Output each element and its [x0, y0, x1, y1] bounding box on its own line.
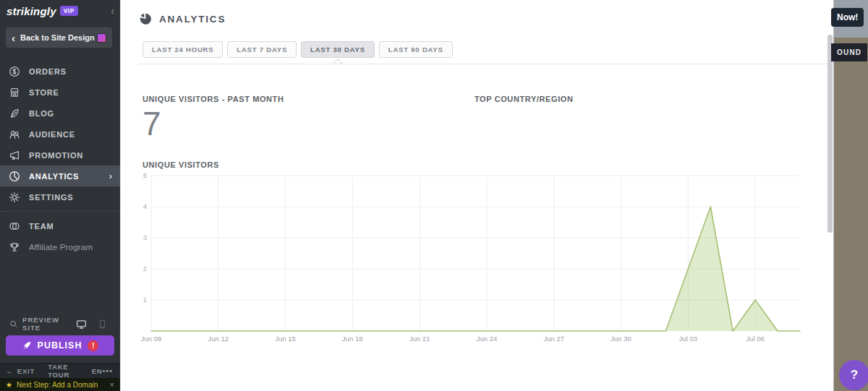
- next-step-text[interactable]: Next Step: Add a Domain: [17, 381, 98, 389]
- footer-link-exit[interactable]: ←EXIT: [6, 366, 35, 375]
- top-country-placeholder: · · · ·: [475, 123, 648, 128]
- svg-text:Jun 21: Jun 21: [409, 335, 430, 343]
- sidebar-item-settings[interactable]: SETTINGS: [0, 186, 120, 207]
- page-header: ANALYTICS: [138, 12, 226, 25]
- top-country-stat: TOP COUNTRY/REGION · · · · · · · · · ·: [475, 95, 648, 128]
- unique-visitors-stat: UNIQUE VISITORS - PAST MONTH 7: [142, 95, 284, 141]
- sidebar-item-orders[interactable]: ORDERS: [0, 61, 120, 82]
- sidebar-item-label: AUDIENCE: [29, 130, 75, 139]
- tab-last-90-days[interactable]: LAST 90 DAYS: [379, 41, 453, 58]
- sidebar-item-label: STORE: [29, 88, 59, 97]
- footer-link-label: TAKE TOUR: [48, 363, 78, 379]
- sidebar: strikingly VIP ‹ ‹ Back to Site Design O…: [0, 0, 120, 391]
- unique-visitors-stat-value: 7: [142, 106, 284, 141]
- scrollbar-thumb[interactable]: [827, 35, 833, 233]
- strikingly-logo: strikingly: [7, 5, 56, 17]
- mobile-icon[interactable]: [98, 319, 107, 329]
- sidebar-item-team[interactable]: TEAM: [0, 215, 120, 236]
- rocket-icon: [22, 340, 32, 351]
- footer-link-label: EXIT: [17, 367, 35, 375]
- tab-label: LAST 30 DAYS: [310, 46, 365, 53]
- store-icon: [9, 87, 20, 98]
- top-country-placeholder: · · · · · ·: [475, 111, 648, 116]
- vip-badge: VIP: [60, 6, 78, 16]
- sidebar-item-store[interactable]: STORE: [0, 82, 120, 103]
- date-range-tabs: LAST 24 HOURSLAST 7 DAYSLAST 30 DAYSLAST…: [142, 41, 453, 58]
- orders-icon: [9, 66, 20, 77]
- svg-text:4: 4: [143, 202, 147, 210]
- desktop-icon[interactable]: [76, 319, 87, 330]
- sidebar-item-label: ORDERS: [29, 67, 67, 76]
- sidebar-item-blog[interactable]: BLOG: [0, 103, 120, 124]
- svg-text:2: 2: [143, 265, 147, 272]
- tab-last-30-days[interactable]: LAST 30 DAYS: [301, 41, 375, 58]
- help-button[interactable]: ?: [839, 360, 868, 390]
- team-icon: [9, 220, 20, 232]
- audience-icon: [9, 129, 20, 140]
- arrow-left-icon: ←: [6, 366, 14, 375]
- logo-row: strikingly VIP ‹: [0, 0, 120, 22]
- tab-label: LAST 7 DAYS: [237, 46, 287, 53]
- site-preview-header: Now!: [834, 0, 868, 38]
- sidebar-item-label: BLOG: [29, 109, 54, 118]
- publish-label: PUBLISH: [38, 340, 82, 351]
- svg-text:Jun 09: Jun 09: [141, 335, 162, 343]
- sidebar-item-label: TEAM: [29, 222, 54, 231]
- publish-button[interactable]: PUBLISH !: [6, 335, 114, 356]
- magnifier-icon: [9, 319, 18, 329]
- svg-text:Jun 24: Jun 24: [477, 335, 498, 343]
- chart-title: UNIQUE VISITORS: [142, 160, 219, 169]
- footer-link-label: •••: [102, 366, 113, 375]
- sidebar-item-label: PROMOTION: [29, 151, 83, 160]
- background-section-label[interactable]: OUND: [831, 43, 867, 61]
- settings-icon: [9, 192, 20, 203]
- analytics-icon: [9, 171, 20, 182]
- sidebar-footer: ←EXITTAKE TOUREN•••: [0, 363, 120, 378]
- star-icon: ★: [6, 381, 12, 389]
- tab-last-24-hours[interactable]: LAST 24 HOURS: [142, 41, 223, 58]
- blog-icon: [9, 108, 20, 119]
- footer-link-en[interactable]: EN: [92, 367, 103, 375]
- back-to-site-design-button[interactable]: ‹ Back to Site Design: [6, 27, 112, 48]
- page-title: ANALYTICS: [159, 14, 226, 25]
- footer-link-take-tour[interactable]: TAKE TOUR: [48, 363, 78, 379]
- site-thumbnail: [97, 33, 106, 43]
- footer-link--[interactable]: •••: [102, 366, 113, 375]
- svg-text:Jun 30: Jun 30: [610, 335, 631, 343]
- sidebar-divider: [0, 211, 120, 212]
- back-button-label: Back to Site Design: [20, 33, 95, 42]
- chevron-left-icon: ‹: [12, 33, 15, 43]
- svg-text:Jul 06: Jul 06: [746, 335, 764, 343]
- analytics-panel: ANALYTICS LAST 24 HOURSLAST 7 DAYSLAST 3…: [120, 0, 833, 391]
- sidebar-item-affiliate-program[interactable]: Affiliate Program: [0, 236, 120, 257]
- now-button[interactable]: Now!: [831, 8, 864, 27]
- sidebar-item-label: ANALYTICS: [29, 172, 79, 181]
- tab-label: LAST 24 HOURS: [152, 46, 213, 53]
- app-window: strikingly VIP ‹ ‹ Back to Site Design O…: [0, 0, 868, 391]
- svg-text:5: 5: [143, 171, 147, 179]
- svg-text:1: 1: [143, 296, 147, 304]
- svg-text:Jul 03: Jul 03: [679, 335, 697, 343]
- device-toggle: [76, 319, 111, 330]
- next-step-bar: ★ Next Step: Add a Domain ×: [0, 378, 120, 391]
- sidebar-nav: ORDERSSTOREBLOGAUDIENCEPROMOTIONANALYTIC…: [0, 61, 120, 257]
- site-preview-edge: Now! OUND ?: [833, 0, 868, 391]
- footer-link-label: EN: [92, 367, 103, 375]
- svg-text:3: 3: [143, 233, 147, 241]
- preview-site-row[interactable]: PREVIEW SITE: [0, 315, 120, 332]
- close-icon[interactable]: ×: [110, 380, 114, 389]
- sidebar-item-label: SETTINGS: [29, 193, 73, 202]
- sidebar-item-label: Affiliate Program: [29, 243, 93, 252]
- unique-visitors-chart-wrap: Jun 09Jun 12Jun 15Jun 18Jun 21Jun 24Jun …: [142, 172, 804, 354]
- tab-label: LAST 90 DAYS: [388, 46, 443, 53]
- collapse-sidebar-icon[interactable]: ‹: [111, 6, 114, 16]
- chevron-right-icon: ›: [109, 171, 113, 181]
- sidebar-item-analytics[interactable]: ANALYTICS›: [0, 166, 120, 186]
- unique-visitors-chart: Jun 09Jun 12Jun 15Jun 18Jun 21Jun 24Jun …: [142, 172, 804, 354]
- sidebar-item-audience[interactable]: AUDIENCE: [0, 124, 120, 145]
- tab-last-7-days[interactable]: LAST 7 DAYS: [227, 41, 297, 58]
- sidebar-item-promotion[interactable]: PROMOTION: [0, 145, 120, 166]
- affiliate-icon: [9, 241, 20, 253]
- svg-text:Jun 15: Jun 15: [275, 335, 296, 343]
- svg-text:Jun 18: Jun 18: [342, 335, 363, 343]
